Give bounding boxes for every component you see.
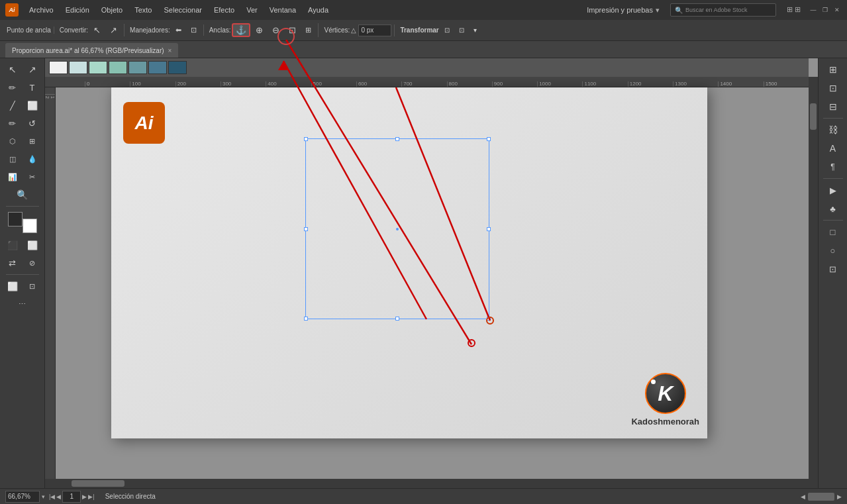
foreground-color-swatch[interactable]	[8, 212, 23, 227]
transform-panel-btn[interactable]: ⊡	[821, 79, 845, 97]
status-arrow-right[interactable]: ▶	[837, 493, 842, 500]
nav-prev-btn[interactable]: ◀	[56, 493, 61, 500]
handle-top-center[interactable]	[395, 137, 399, 141]
menu-objeto[interactable]: Objeto	[96, 3, 128, 17]
anclas-btn2[interactable]: ⊕	[252, 24, 267, 36]
transformar-icon1: ⊡	[444, 26, 450, 34]
search-bar[interactable]: 🔍 Buscar en Adobe Stock	[670, 3, 776, 17]
pen-tool[interactable]: ✏	[3, 79, 23, 96]
swatch-white[interactable]	[49, 61, 68, 74]
close-button[interactable]: ✕	[832, 5, 842, 15]
scrollbar-horizontal[interactable]	[45, 479, 809, 488]
nav-last-btn[interactable]: ▶|	[88, 493, 94, 500]
convertir-btn2[interactable]: ↗	[106, 24, 121, 36]
brush-tool[interactable]: ✏	[3, 115, 23, 132]
line-tool[interactable]: ╱	[3, 97, 23, 114]
zoom-input[interactable]	[5, 491, 40, 503]
slice-tool[interactable]: ✂	[23, 168, 42, 185]
main-area: ↖ ↗ ✏ T ╱ ⬜ ✏ ↺ ⬡ ⊞ ◫ 💧 📊 ✂ 🔍	[0, 58, 847, 488]
handle-bottom-center[interactable]	[395, 317, 399, 321]
anclas-btn5[interactable]: ⊞	[301, 25, 315, 36]
anclas-btn1[interactable]: ⚓	[232, 23, 250, 37]
para-panel-btn[interactable]: ¶	[821, 158, 845, 176]
blend-tool[interactable]: ⬡	[3, 132, 23, 150]
workspace-selector[interactable]: Impresión y pruebas ▾	[587, 6, 660, 15]
layers-btn[interactable]: ⊡	[821, 260, 845, 277]
scrollbar-vertical[interactable]	[809, 77, 818, 488]
direct-select-tool[interactable]: ↗	[23, 61, 42, 78]
mesh-tool[interactable]: ⊞	[23, 132, 42, 150]
menu-edicion[interactable]: Edición	[60, 3, 95, 17]
background-color-swatch[interactable]	[23, 219, 37, 233]
link-btn[interactable]: ⛓	[821, 121, 845, 138]
symbols-btn[interactable]: ♣	[821, 200, 845, 217]
play-btn[interactable]: ▶	[821, 181, 845, 199]
eyedropper-tool[interactable]: 💧	[23, 150, 42, 168]
menu-ventana[interactable]: Ventana	[264, 3, 301, 17]
graph-tool[interactable]: 📊	[3, 168, 23, 185]
menu-efecto[interactable]: Efecto	[209, 3, 240, 17]
swatch-6[interactable]	[168, 61, 187, 74]
page-input[interactable]	[62, 491, 81, 503]
nav-first-btn[interactable]: |◀	[49, 493, 55, 500]
swap-colors[interactable]: ⇄	[3, 254, 23, 272]
menu-seleccionar[interactable]: Seleccionar	[158, 3, 207, 17]
panel-sep2	[823, 178, 843, 179]
handle-bottom-right[interactable]	[487, 317, 491, 321]
type-tool[interactable]: T	[23, 79, 42, 96]
color-mode-fill[interactable]: ⬛	[3, 236, 23, 254]
artboards-btn[interactable]: □	[821, 223, 845, 240]
handle-left-center[interactable]	[304, 227, 308, 231]
menu-ayuda[interactable]: Ayuda	[303, 3, 334, 17]
menu-texto[interactable]: Texto	[129, 3, 157, 17]
tick-100: 100	[130, 81, 175, 87]
menu-archivo[interactable]: Archivo	[24, 3, 59, 17]
transformar-btn3[interactable]: ▾	[470, 25, 481, 35]
screen-mode[interactable]: ⊡	[23, 277, 42, 295]
swatch-3[interactable]	[109, 61, 127, 74]
artboard-tool[interactable]: ⬜	[3, 277, 23, 295]
anclas-btn3[interactable]: ⊖	[268, 24, 283, 36]
transformar-btn2[interactable]: ⊡	[455, 25, 468, 35]
convertir-btn1[interactable]: ↖	[89, 24, 105, 36]
document-tab[interactable]: Proporcion aurea.ai* al 66,67% (RGB/Prev…	[5, 43, 178, 58]
handle-bottom-left[interactable]	[304, 317, 308, 321]
anclas-btn4[interactable]: ⊡	[285, 24, 300, 36]
menu-ver[interactable]: Ver	[241, 3, 263, 17]
swatch-5[interactable]	[148, 61, 167, 74]
rect-tool[interactable]: ⬜	[23, 97, 42, 114]
type-panel-btn[interactable]: A	[821, 140, 845, 157]
vertices-input[interactable]	[358, 25, 391, 36]
zoom-dropdown-icon[interactable]: ▾	[42, 493, 45, 500]
minimize-button[interactable]: —	[809, 5, 818, 15]
more-tools[interactable]: ⋯	[3, 295, 42, 313]
nav-next-btn[interactable]: ▶	[82, 493, 87, 500]
align-btn[interactable]: ⊞	[821, 61, 845, 78]
manejadores-btn1[interactable]: ⬅	[172, 25, 185, 36]
handle-right-center[interactable]	[487, 227, 491, 231]
none-color[interactable]: ⊘	[23, 254, 42, 272]
status-arrow-left[interactable]: ◀	[801, 493, 805, 500]
screen-mode-tools: ⬜ ⊡	[3, 277, 42, 295]
swatch-1[interactable]	[69, 61, 87, 74]
scrollbar-thumb-vertical[interactable]	[810, 103, 817, 130]
gradient-tool[interactable]: ◫	[3, 150, 23, 168]
tab-close-button[interactable]: ×	[168, 47, 172, 54]
manejadores-btn2[interactable]: ⊡	[187, 25, 201, 36]
zoom-tool[interactable]: 🔍	[3, 186, 42, 203]
swatch-4[interactable]	[128, 61, 147, 74]
swatch-2[interactable]	[89, 61, 107, 74]
workspace-dropdown-icon[interactable]: ▾	[656, 6, 660, 15]
handle-top-left[interactable]	[304, 137, 308, 141]
scrollbar-thumb-horizontal[interactable]	[72, 480, 125, 487]
transformar-btn1[interactable]: ⊡	[440, 25, 454, 35]
ai-logo: Ai	[123, 102, 165, 144]
color-mode-stroke[interactable]: ⬜	[23, 236, 42, 254]
pathfinder-btn[interactable]: ⊟	[821, 98, 845, 115]
selected-rectangle[interactable]	[305, 138, 489, 319]
restore-button[interactable]: ❐	[821, 5, 830, 15]
rotate-tool[interactable]: ↺	[23, 115, 42, 132]
handle-top-right[interactable]	[487, 137, 491, 141]
select-tool[interactable]: ↖	[3, 61, 23, 78]
circle-panel-btn[interactable]: ○	[821, 242, 845, 259]
